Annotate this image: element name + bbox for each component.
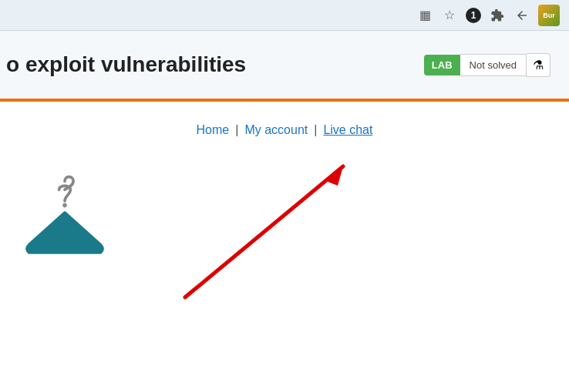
nav-section: Home | My account | Live chat [0,102,569,159]
hanger-icon [19,174,111,266]
lab-badge: LAB [424,55,460,75]
nav-separator-1: | [235,123,238,137]
browser-toolbar: ▦ ☆ 1 Bur [0,0,569,31]
header-section: o exploit vulnerabilities LAB Not solved… [0,31,569,99]
home-link[interactable]: Home [197,123,230,137]
hanger-container [19,174,111,270]
my-account-link[interactable]: My account [244,123,308,137]
arrow-annotation [139,143,386,313]
notification-icon[interactable]: 1 [466,8,481,23]
live-chat-link[interactable]: Live chat [323,123,372,137]
svg-point-0 [62,203,67,208]
nav-links: Home | My account | Live chat [197,123,373,137]
flask-icon: ⚗ [527,53,550,77]
lab-badge-container: LAB Not solved ⚗ [424,53,550,77]
back-icon[interactable] [513,7,530,24]
bottom-section [0,159,569,297]
svg-marker-2 [324,166,343,186]
page-content: o exploit vulnerabilities LAB Not solved… [0,31,569,297]
star-icon[interactable]: ☆ [441,7,458,24]
avatar[interactable]: Bur [538,5,560,26]
qr-icon[interactable]: ▦ [416,7,433,24]
puzzle-icon[interactable] [489,7,506,24]
page-title: o exploit vulnerabilities [6,52,246,77]
svg-line-1 [185,166,343,297]
nav-separator-2: | [314,123,317,137]
status-badge: Not solved [460,54,527,76]
